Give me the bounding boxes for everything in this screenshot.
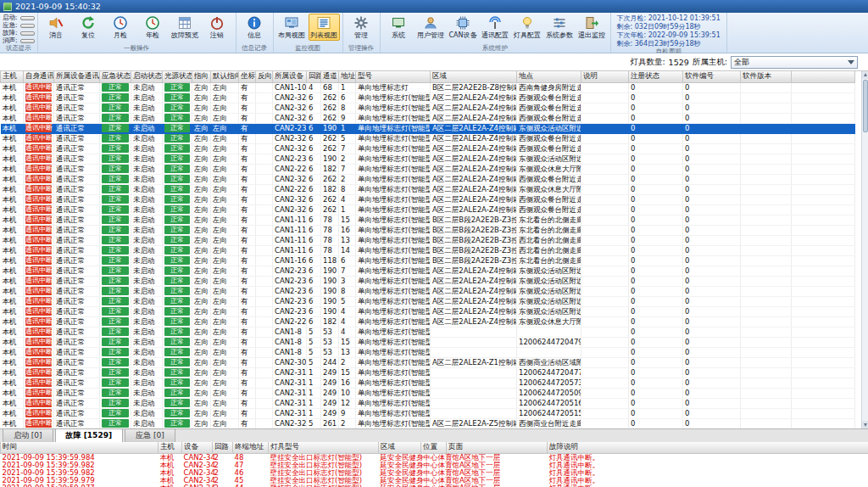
can-device-button[interactable]: CAN设备 [448,14,479,41]
table-row[interactable]: 本机通讯中断通讯正常正常未启动正常左向左向有CAN2-2361908单向地埋标志… [1,286,855,296]
column-header[interactable]: 说明 [581,71,629,82]
scrollbar-thumb[interactable] [863,80,868,132]
column-header[interactable]: 启动状态 [131,71,163,82]
table-row[interactable]: 本机通讯中断通讯正常正常未启动正常左向左向有CAN2-2361905单向地埋标志… [1,296,855,306]
table-row[interactable]: 本机通讯中断通讯正常正常未启动正常左向左向有CAN2-3262626单向地埋标志… [1,92,855,103]
column-header[interactable]: 软件版本 [741,71,792,82]
column-header[interactable]: 型号 [356,71,431,82]
column-header[interactable]: 故障说明 [548,442,868,453]
column-header[interactable]: 光源状态 [163,71,192,82]
column-header[interactable]: 主机 [159,442,182,453]
column-header[interactable] [792,71,855,82]
table-row[interactable]: 本机通讯中断通讯正常正常未启动正常左向左向有CAN1-1661186单向地埋标志… [1,255,855,266]
table-row[interactable]: 本机通讯中断通讯正常正常未启动正常左向左向有CAN1-1167815单向地埋标志… [1,215,855,225]
table-row[interactable]: 本机通讯中断通讯正常正常未启动正常左向左向有CAN2-2361901单向地埋标志… [1,123,855,133]
cell-light-status: 正常 [163,194,192,204]
column-header[interactable]: 主机 [1,71,24,82]
column-header[interactable]: 时间 [1,442,159,453]
table-row[interactable]: 本机通讯中断通讯正常正常未启动正常左向左向有CAN2-2361904单向地埋标志… [1,306,855,316]
scroll-up-arrow[interactable] [862,71,868,79]
column-header[interactable]: 反向 [256,71,273,82]
column-header[interactable]: 自身通讯 [24,71,54,82]
column-header[interactable]: 回路 [213,442,233,453]
table-row[interactable]: 本机通讯中断通讯正常正常未启动正常左向左向有CAN2-2361902单向地埋标志… [1,154,855,164]
manage-button[interactable]: 管理 [346,14,377,41]
column-header[interactable]: 区域 [379,442,421,453]
monthly-check-button[interactable]: 月检 [105,14,136,41]
table-row[interactable]: 本机通讯中断通讯正常正常未启动正常左向左向有CAN1-85534单向地埋标志灯(… [1,327,855,337]
table-row[interactable]: 本机通讯中断通讯正常正常未启动正常左向左向有CAN2-2361903单向地埋标志… [1,276,855,286]
tab-emergency[interactable]: 应急 [0] [125,428,175,442]
column-header[interactable]: 回路 [307,71,321,82]
system-params-button[interactable]: 系统参数 [544,14,576,41]
column-header[interactable]: 地址 [339,71,356,82]
column-header[interactable]: 注册状态 [629,71,683,82]
self-check-info: 下次月检: 2021-10-12 01:39:51剩余: 032日09时59分1… [614,14,724,48]
cell-channel: 249 [321,367,339,378]
mute-button[interactable]: 消音 [41,14,72,41]
column-header[interactable]: 应急状态 [100,71,131,82]
column-header[interactable]: 软件编号 [683,71,741,82]
table-row[interactable]: 本机通讯中断通讯正常正常未启动正常左向左向有CAN2-2261824单向地埋标志… [1,316,855,327]
column-header[interactable]: 默认指向 [211,71,239,82]
table-row[interactable]: 本机通讯中断通讯正常正常未启动正常左向左向有CAN1-1167813单向地埋标志… [1,235,855,245]
logout-button[interactable]: 注销 [202,14,233,41]
cell-emergency-status: 正常 [100,225,131,235]
user-management-button[interactable]: 用户管理 [415,14,447,41]
table-row[interactable]: 本机通讯中断通讯正常正常未启动正常左向左向有CAN2-3262629单向地埋标志… [1,113,855,123]
table-row[interactable]: 本机通讯中断通讯正常正常未启动正常左向左向有CAN2-31124910单向地埋标… [1,388,855,398]
scroll-down-arrow[interactable] [862,421,868,428]
annual-check-button[interactable]: 年检 [137,14,169,41]
list-view-button[interactable]: 列表视图 [309,14,340,41]
cell-location: 12006244720479 [517,337,581,347]
table-row[interactable]: 本机通讯中断通讯正常正常未启动正常左向左向有CAN2-2261827单向地埋标志… [1,164,855,174]
column-header[interactable]: 坐标 [239,71,256,82]
comm-config-button[interactable]: 通讯配置 [480,14,511,41]
column-header[interactable]: 通道 [321,71,339,82]
column-header[interactable]: 所属设备通讯 [54,71,100,82]
tab-start[interactable]: 启动 [0] [3,428,53,442]
vertical-scrollbar[interactable] [861,71,868,428]
mute-icon [48,15,64,31]
tab-fault[interactable]: 故障 [1529] [55,428,123,442]
table-row[interactable]: 本机通讯中断通讯正常正常未启动正常左向左向有CAN1-1167814单向地埋标志… [1,245,855,255]
table-row[interactable]: 本机通讯中断通讯正常正常未启动正常左向左向有CAN2-3262624单向地埋标志… [1,194,855,204]
table-row[interactable]: 本机通讯中断通讯正常正常未启动正常左向左向有CAN2-3262628单向地埋标志… [1,103,855,113]
info-button[interactable]: 信息 [239,14,270,41]
table-row[interactable]: 本机通讯中断通讯正常正常未启动正常左向左向有CAN2-31124915单向地埋标… [1,367,855,378]
reset-button[interactable]: 复位 [73,14,104,41]
table-row[interactable]: 本机通讯中断通讯正常正常未启动正常左向左向有CAN1-1167816单向地埋标志… [1,225,855,235]
column-header[interactable]: 灯具型号 [269,442,379,453]
table-row[interactable]: 本机通讯中断通讯正常正常未启动正常左向左向有CAN2-3262621单向地埋标志… [1,204,855,215]
column-header[interactable]: 页面 [447,442,548,453]
lamp-config-button[interactable]: 灯具配置 [512,14,543,41]
table-row[interactable]: 本机通讯中断通讯正常正常未启动正常左向左向有CAN2-3052442单向地埋标志… [1,357,855,367]
host-select[interactable]: 全部 [731,56,858,69]
table-row[interactable]: 本机通讯中断通讯正常正常未启动正常左向左向有CAN2-3252612单向地埋标志… [1,418,855,428]
column-header[interactable]: 区域 [431,71,517,82]
table-row[interactable]: 本机通讯中断通讯正常正常未启动正常左向左向有CAN2-2361907单向地埋标志… [1,266,855,276]
exit-monitor-button[interactable]: 退出监控 [576,14,608,41]
layout-view-button[interactable]: 布局视图 [276,14,308,41]
column-header[interactable]: 所属设备 [273,71,307,82]
column-header[interactable]: 地点 [517,71,581,82]
table-row[interactable]: 本机通讯中断通讯正常正常未启动正常左向左向有CAN2-31124912单向地埋标… [1,398,855,408]
column-header[interactable]: 终端地址 [233,442,269,453]
column-header[interactable]: 设备 [182,442,213,453]
table-row[interactable]: 本机通讯中断通讯正常正常未启动正常左向左向有CAN1-855313单向地埋标志灯… [1,347,855,357]
table-row[interactable]: 本机通讯中断通讯正常正常未启动正常左向左向有CAN2-2261828单向地埋标志… [1,184,855,194]
table-row[interactable]: 本机通讯中断通讯正常正常未启动正常左向左向有CAN2-3262627单向地埋标志… [1,143,855,154]
fault-preview-button[interactable]: 故障预览 [170,14,201,41]
cell-area: A区二层2ALE2A-Z4控制箱 [431,92,517,103]
app-icon [3,3,12,11]
table-row[interactable]: 本机通讯中断通讯正常正常未启动正常左向左向有CAN2-31124916单向地埋标… [1,378,855,388]
system-button[interactable]: 系统 [383,14,415,41]
table-row[interactable]: 本机通讯中断通讯正常正常未启动正常左向左向有CAN2-3112499单向地埋标志… [1,408,855,418]
column-header[interactable]: 位置 [421,442,447,453]
table-row[interactable]: 本机通讯中断通讯正常正常未启动正常左向左向有CAN2-3262622单向地埋标志… [1,174,855,184]
fault-row[interactable]: 2021-09-09 15:39:59.977本机CAN2-34244壁挂安全出… [1,484,868,487]
table-row[interactable]: 本机通讯中断通讯正常正常未启动正常左向左向有CAN2-3262625单向地埋标志… [1,133,855,143]
table-row[interactable]: 本机通讯中断通讯正常正常未启动正常左向左向有CAN1-104681单向地埋标志灯… [1,82,855,92]
table-row[interactable]: 本机通讯中断通讯正常正常未启动正常左向左向有CAN1-855315单向地埋标志灯… [1,337,855,347]
column-header[interactable]: 指向 [192,71,211,82]
